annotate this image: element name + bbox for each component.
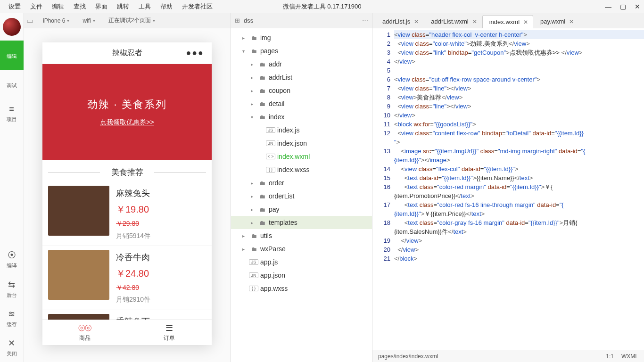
file-icon: JS [266, 127, 275, 133]
menu-设置[interactable]: 设置 [4, 3, 25, 10]
tree-node-index.json[interactable]: JNindex.json [231, 137, 372, 150]
tree-node-index[interactable]: ▾🖿index [231, 110, 372, 123]
avatar[interactable] [3, 18, 21, 36]
simulator-panel: ▭ iPhone 6▾ wifi▾ 正在调试2个页面▾ 辣椒忍者 ●●● 劲辣 … [24, 13, 231, 362]
food-old-price: ￥42.80 [116, 282, 150, 294]
tab-addrList.js[interactable]: addrList.js✕ [375, 15, 424, 28]
folder-icon: 🖿 [257, 74, 267, 81]
tree-node-pages[interactable]: ▾🖿pages [231, 44, 372, 58]
tree-node-img[interactable]: ▸🖿img [231, 31, 372, 44]
back-icon[interactable]: ▭ [26, 16, 33, 25]
rail-编辑[interactable]: 编辑 [0, 41, 24, 70]
folder-icon: 🖿 [257, 87, 267, 94]
section-header: 美食推荐 [42, 162, 212, 182]
file-icon: JN [249, 272, 258, 278]
close-tab-icon[interactable]: ✕ [414, 18, 419, 25]
tree-node-utils[interactable]: ▸🖿utils [231, 229, 372, 242]
tree-node-app.json[interactable]: JNapp.json [231, 269, 372, 282]
rail-缓存[interactable]: ≋缓存 [0, 304, 24, 333]
folder-icon: 🖿 [257, 206, 267, 213]
tree-node-app.js[interactable]: JSapp.js [231, 255, 372, 269]
folder-icon: 🖿 [249, 246, 258, 253]
food-image [48, 250, 109, 300]
tree-node-addrList[interactable]: ▸🖿addrList [231, 71, 372, 84]
file-tree-header: ⊞ dss ⋯ [231, 13, 372, 28]
tree-node-wxParse[interactable]: ▸🖿wxParse [231, 242, 372, 255]
status-path: pages/index/index.wxml [378, 353, 438, 360]
food-price: ￥19.80 [116, 201, 150, 218]
rail-项目[interactable]: ≡项目 [0, 99, 24, 128]
menubar: 设置文件编辑查找界面跳转工具帮助开发者社区 微信开发者工具 0.17.17190… [0, 0, 644, 13]
simulator-toolbar: ▭ iPhone 6▾ wifi▾ 正在调试2个页面▾ [24, 13, 231, 28]
tree-node-index.js[interactable]: JSindex.js [231, 123, 372, 137]
tree-node-detail[interactable]: ▸🖿detail [231, 97, 372, 110]
tree-node-orderList[interactable]: ▸🖿orderList [231, 189, 372, 203]
status-lang: WXML [621, 353, 638, 360]
tree-node-index.wxml[interactable]: < >index.wxml [231, 150, 372, 163]
close-tab-icon[interactable]: ✕ [523, 19, 528, 25]
phone-tabbar: ⦾⦾商品 ☰订单 [42, 320, 212, 345]
close-tab-icon[interactable]: ✕ [472, 18, 477, 25]
food-item[interactable]: 冷香牛肉 ￥24.80 ￥42.80 月销2910件 [42, 246, 212, 310]
food-sold: 月销5914件 [116, 230, 150, 242]
network-select[interactable]: wifi▾ [79, 17, 99, 24]
tree-node-templates[interactable]: ▸🖿templates [231, 216, 372, 229]
maximize-icon[interactable]: ▢ [620, 3, 626, 10]
close-icon[interactable]: ✕ [635, 3, 640, 10]
menu-查找[interactable]: 查找 [69, 3, 91, 10]
more-icon[interactable]: ●●● [186, 48, 204, 58]
food-item[interactable]: 麻辣兔头 ￥19.80 ￥29.80 月销5914件 [42, 182, 212, 246]
menu-界面[interactable]: 界面 [91, 3, 112, 10]
file-icon: { } [249, 286, 258, 291]
debug-status[interactable]: 正在调试2个页面▾ [105, 16, 159, 25]
tabbar-商品[interactable]: ⦾⦾商品 [42, 320, 127, 345]
rail-后台[interactable]: ⇆后台 [0, 274, 24, 304]
tabbar-订单[interactable]: ☰订单 [127, 320, 212, 345]
tree-node-addr[interactable]: ▸🖿addr [231, 58, 372, 71]
device-select[interactable]: iPhone 6▾ [39, 17, 73, 24]
sitemap-icon[interactable]: ⊞ [235, 17, 240, 24]
file-icon: JN [266, 140, 275, 146]
menu-开发者社区[interactable]: 开发者社区 [177, 3, 217, 10]
rail-编译[interactable]: ⦿编译 [0, 245, 24, 274]
folder-icon: 🖿 [249, 232, 258, 239]
folder-icon: 🖿 [257, 61, 267, 68]
tree-node-order[interactable]: ▸🖿order [231, 176, 372, 189]
tab-index.wxml[interactable]: index.wxml✕ [482, 15, 533, 28]
minimize-icon[interactable]: — [605, 3, 611, 10]
more-icon[interactable]: ⋯ [362, 17, 368, 24]
food-name: 冷香牛肉 [116, 250, 150, 265]
editor-tabs: addrList.js✕ addrList.wxml✕ index.wxml✕ … [372, 13, 644, 28]
folder-icon: 🖿 [257, 100, 267, 107]
sidebar-rail: 编辑调试≡项目 ⦿编译⇆后台≋缓存✕关闭 [0, 13, 24, 362]
tree-node-index.wxss[interactable]: { }index.wxss [231, 163, 372, 176]
menu-帮助[interactable]: 帮助 [156, 3, 177, 10]
后台-icon: ⇆ [8, 280, 15, 290]
tree-node-coupon[interactable]: ▸🖿coupon [231, 84, 372, 97]
food-sold: 月销2910件 [116, 294, 150, 305]
menu-文件[interactable]: 文件 [25, 3, 47, 10]
status-pos: 1:1 [606, 353, 614, 360]
tree-node-pay[interactable]: ▸🖿pay [231, 203, 372, 216]
tree-node-app.wxss[interactable]: { }app.wxss [231, 282, 372, 295]
menu-工具[interactable]: 工具 [134, 3, 156, 10]
rail-调试[interactable]: 调试 [0, 70, 24, 99]
tab-addrList.wxml[interactable]: addrList.wxml✕ [424, 15, 482, 28]
menu-跳转[interactable]: 跳转 [112, 3, 134, 10]
hero-title: 劲辣 · 美食系列 [87, 98, 166, 112]
code-editor[interactable]: 123456789101112131415161718192021 <view … [372, 28, 644, 350]
food-price: ￥24.80 [116, 265, 150, 282]
folder-icon: 🖿 [257, 114, 267, 121]
hero-banner: 劲辣 · 美食系列 点我领取优惠券>> [42, 64, 212, 160]
coupon-link[interactable]: 点我领取优惠券>> [100, 118, 154, 127]
phone-header: 辣椒忍者 ●●● [42, 42, 212, 64]
rail-关闭[interactable]: ✕关闭 [0, 333, 24, 362]
editor-panel: addrList.js✕ addrList.wxml✕ index.wxml✕ … [372, 13, 644, 362]
close-tab-icon[interactable]: ✕ [569, 18, 574, 25]
menu-编辑[interactable]: 编辑 [47, 3, 69, 10]
food-name: 麻辣兔头 [116, 186, 150, 201]
file-tree[interactable]: ▸🖿img▾🖿pages▸🖿addr▸🖿addrList▸🖿coupon▸🖿de… [231, 28, 372, 357]
关闭-icon: ✕ [8, 338, 15, 348]
status-bar: pages/index/index.wxml 1:1 WXML [372, 350, 644, 362]
tab-pay.wxml[interactable]: pay.wxml✕ [533, 15, 579, 28]
